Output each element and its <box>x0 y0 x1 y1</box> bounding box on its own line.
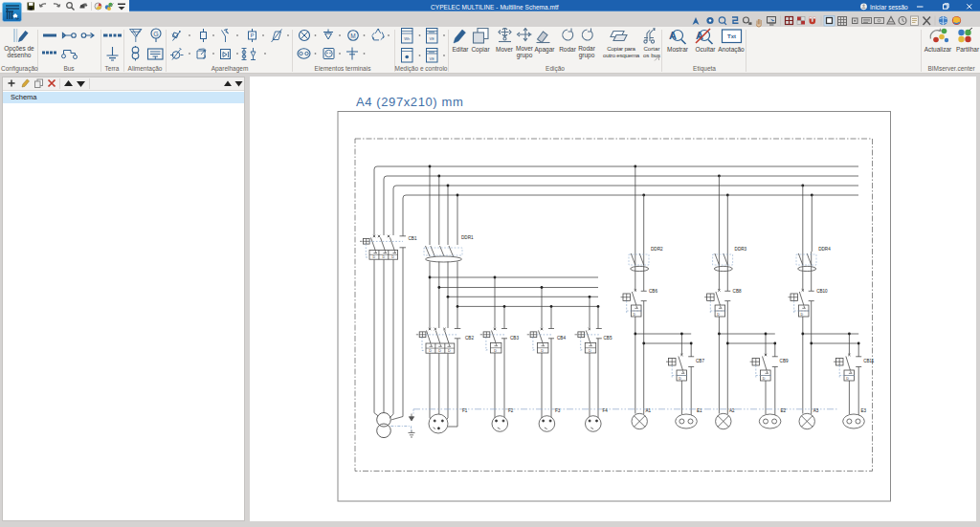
svg-text:CB3: CB3 <box>510 336 519 340</box>
svg-text:Wh: Wh <box>404 36 410 41</box>
svg-text:D: D <box>448 349 451 353</box>
svg-text:VE: VE <box>430 56 435 61</box>
svg-text:D: D <box>679 377 681 381</box>
svg-text:E1: E1 <box>697 408 702 413</box>
svg-text:Txt: Txt <box>727 33 736 39</box>
svg-text:D: D <box>382 255 385 259</box>
svg-text:CB5: CB5 <box>604 336 612 340</box>
svg-text:CB10: CB10 <box>816 289 828 294</box>
svg-text:D: D <box>429 349 432 353</box>
svg-text:M: M <box>350 33 355 39</box>
svg-text:CB2: CB2 <box>465 336 474 340</box>
svg-text:A3: A3 <box>813 408 819 413</box>
svg-text:DDR3: DDR3 <box>735 247 747 252</box>
svg-text:D: D <box>373 255 376 259</box>
svg-text:F1: F1 <box>462 408 468 413</box>
svg-text:CB4: CB4 <box>557 336 566 340</box>
svg-text:D: D <box>494 349 497 353</box>
svg-text:D: D <box>634 313 636 317</box>
svg-text:F2: F2 <box>508 408 514 413</box>
svg-text:F4: F4 <box>603 408 609 413</box>
svg-text:DDR2: DDR2 <box>651 247 663 252</box>
svg-text:A1: A1 <box>646 408 652 413</box>
svg-text:CB7: CB7 <box>696 359 704 363</box>
svg-text:CB11: CB11 <box>863 359 875 363</box>
svg-text:F3: F3 <box>555 408 561 413</box>
svg-text:D: D <box>438 349 441 353</box>
svg-text:P: P <box>250 32 254 38</box>
svg-text:A2: A2 <box>729 408 735 413</box>
svg-text:CB8: CB8 <box>733 289 742 294</box>
svg-text:DDR1: DDR1 <box>461 235 474 240</box>
svg-text:VE: VE <box>430 36 435 41</box>
svg-text:CB9: CB9 <box>780 359 789 363</box>
svg-text:CB6: CB6 <box>649 289 657 294</box>
svg-text:CB1: CB1 <box>409 236 417 241</box>
svg-text:G: G <box>153 31 158 37</box>
svg-text:A4 (297x210) mm: A4 (297x210) mm <box>356 95 463 109</box>
svg-text:D: D <box>391 255 394 259</box>
svg-text:E3: E3 <box>861 408 867 413</box>
svg-text:E2: E2 <box>781 408 787 413</box>
svg-text:DDR4: DDR4 <box>818 247 831 252</box>
